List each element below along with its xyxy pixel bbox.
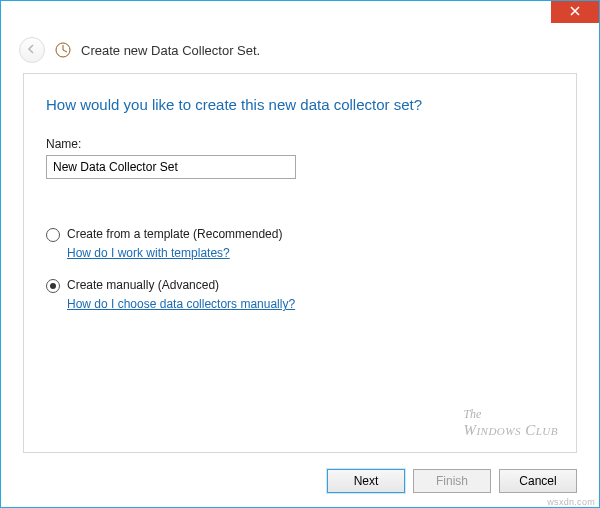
option-manual[interactable]: Create manually (Advanced) bbox=[46, 278, 554, 293]
help-link-manual[interactable]: How do I choose data collectors manually… bbox=[67, 297, 295, 311]
radio-template[interactable] bbox=[46, 228, 60, 242]
finish-button: Finish bbox=[413, 469, 491, 493]
back-arrow-icon bbox=[26, 43, 38, 58]
name-input[interactable] bbox=[46, 155, 296, 179]
option-template[interactable]: Create from a template (Recommended) bbox=[46, 227, 554, 242]
collector-set-icon bbox=[55, 42, 71, 58]
watermark-line2: Windows Club bbox=[463, 422, 558, 439]
radio-manual[interactable] bbox=[46, 279, 60, 293]
option-manual-label: Create manually (Advanced) bbox=[67, 278, 219, 292]
watermark-line1: The bbox=[463, 408, 558, 421]
wizard-title: Create new Data Collector Set. bbox=[81, 43, 260, 58]
wizard-window: Create new Data Collector Set. How would… bbox=[0, 0, 600, 508]
creation-options: Create from a template (Recommended) How… bbox=[46, 227, 554, 329]
help-link-templates[interactable]: How do I work with templates? bbox=[67, 246, 230, 260]
cancel-button[interactable]: Cancel bbox=[499, 469, 577, 493]
source-credit: wsxdn.com bbox=[547, 497, 595, 507]
close-icon bbox=[570, 5, 580, 19]
back-button[interactable] bbox=[19, 37, 45, 63]
button-row: Next Finish Cancel bbox=[327, 469, 577, 493]
option-template-label: Create from a template (Recommended) bbox=[67, 227, 282, 241]
next-button[interactable]: Next bbox=[327, 469, 405, 493]
watermark: The Windows Club bbox=[463, 408, 558, 438]
wizard-header: Create new Data Collector Set. bbox=[1, 29, 599, 73]
titlebar bbox=[1, 1, 599, 29]
wizard-question: How would you like to create this new da… bbox=[46, 96, 554, 113]
name-label: Name: bbox=[46, 137, 554, 151]
wizard-content: How would you like to create this new da… bbox=[23, 73, 577, 453]
close-button[interactable] bbox=[551, 1, 599, 23]
